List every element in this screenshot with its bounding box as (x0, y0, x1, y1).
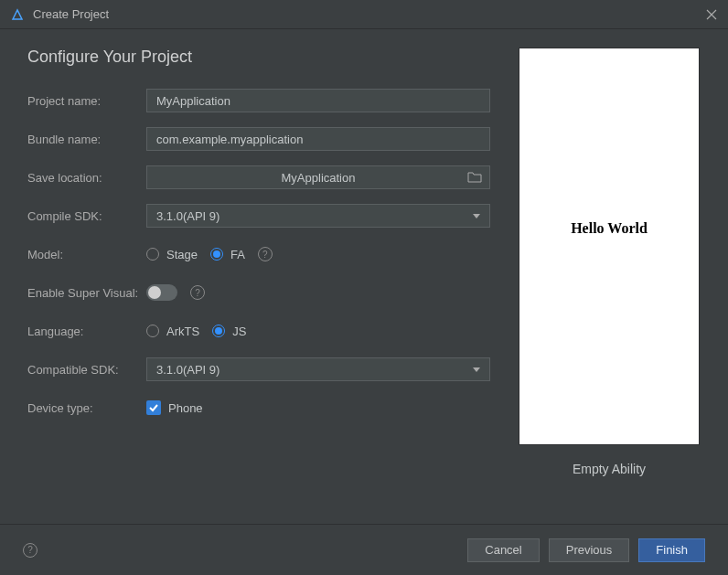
window-title: Create Project (33, 7, 704, 21)
project-name-input[interactable] (146, 89, 490, 112)
page-heading: Configure Your Project (27, 48, 490, 67)
language-radio-js[interactable]: JS (212, 325, 246, 338)
model-stage-label: Stage (166, 248, 198, 261)
chevron-down-icon (473, 367, 480, 372)
preview-hello-world: Hello World (571, 220, 648, 237)
device-type-phone-label: Phone (168, 401, 203, 415)
preview-panel: Hello World Empty Ability (513, 48, 705, 515)
model-radio-stage[interactable]: Stage (146, 248, 198, 261)
language-arkts-label: ArkTS (166, 325, 199, 338)
app-logo-icon (9, 6, 26, 23)
compile-sdk-value: 3.1.0(API 9) (156, 209, 219, 223)
language-js-label: JS (232, 325, 246, 338)
footer: ? Cancel Previous Finish (0, 524, 728, 575)
save-location-text: MyApplication (147, 171, 489, 185)
chevron-down-icon (473, 214, 480, 218)
toggle-knob (148, 286, 161, 299)
model-fa-label: FA (230, 248, 245, 261)
label-bundle-name: Bundle name: (27, 133, 146, 146)
previous-button[interactable]: Previous (549, 538, 630, 562)
language-radio-arkts[interactable]: ArkTS (146, 325, 199, 338)
label-device-type: Device type: (27, 401, 146, 415)
super-visual-toggle[interactable] (146, 284, 177, 301)
cancel-button[interactable]: Cancel (467, 538, 539, 562)
help-icon[interactable]: ? (23, 543, 37, 558)
compatible-sdk-select[interactable]: 3.1.0(API 9) (146, 357, 490, 381)
label-save-location: Save location: (27, 171, 146, 185)
label-compile-sdk: Compile SDK: (27, 209, 146, 223)
save-location-input[interactable]: MyApplication (146, 165, 490, 189)
titlebar: Create Project (0, 0, 728, 29)
preview-canvas: Hello World (519, 48, 700, 445)
form-panel: Configure Your Project Project name: Bun… (27, 48, 513, 515)
compile-sdk-select[interactable]: 3.1.0(API 9) (146, 204, 490, 228)
close-icon[interactable] (704, 7, 719, 22)
checkbox-checked-icon (146, 400, 161, 415)
main-content: Configure Your Project Project name: Bun… (0, 29, 728, 524)
model-radio-fa[interactable]: FA (210, 248, 245, 261)
preview-template-name: Empty Ability (573, 462, 646, 476)
label-enable-super-visual: Enable Super Visual: (27, 286, 146, 300)
label-compatible-sdk: Compatible SDK: (27, 363, 146, 377)
radio-icon (210, 248, 223, 261)
compatible-sdk-value: 3.1.0(API 9) (156, 363, 219, 377)
label-language: Language: (27, 325, 146, 338)
help-icon[interactable]: ? (190, 285, 205, 300)
radio-icon (146, 325, 159, 337)
device-type-phone-checkbox[interactable]: Phone (146, 400, 203, 415)
label-model: Model: (27, 248, 146, 261)
radio-icon (146, 248, 159, 261)
folder-icon[interactable] (467, 171, 482, 184)
radio-icon (212, 325, 225, 337)
bundle-name-input[interactable] (146, 127, 490, 151)
help-icon[interactable]: ? (258, 247, 273, 261)
finish-button[interactable]: Finish (638, 538, 705, 562)
label-project-name: Project name: (27, 94, 146, 108)
